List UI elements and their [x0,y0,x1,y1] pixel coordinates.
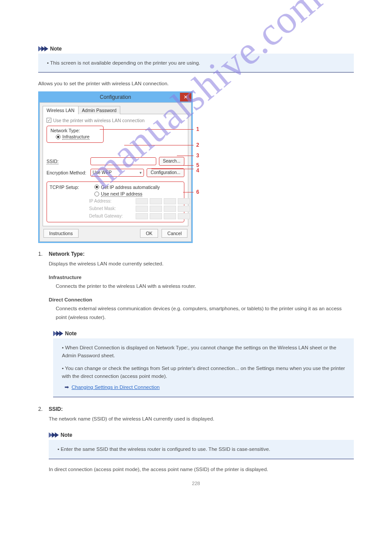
ok-button[interactable]: OK [140,229,158,238]
encryption-label: Encryption Method: [47,170,88,175]
instructions-button[interactable]: Instructions [43,229,79,238]
note-block-top: Note • This screen is not available depe… [38,44,354,73]
direct-connection-body: Connects external wireless communication… [56,305,354,322]
note-block-item1: Note • When Direct Connection is display… [53,329,354,397]
note-content-item2: • Enter the same SSID that the wireless … [49,440,354,459]
infrastructure-label: Infrastructure [62,134,90,140]
note-heading: Note [50,46,62,52]
infrastructure-body: Connects the printer to the wireless LAN… [56,282,354,291]
note-bullet-item2: • Enter the same SSID that the wireless … [58,445,348,453]
chevron-icon [38,46,47,51]
get-ip-auto-label: Get IP address automatically [101,185,160,190]
note-block-item2: Note • Enter the same SSID that the wire… [49,430,354,459]
ssid-input[interactable] [90,157,156,165]
intro-text: Allows you to set the printer with wirel… [38,80,354,87]
page-number: 228 [0,481,392,486]
dialog-titlebar: Configuration ✕ [40,93,191,102]
item-1-title: Network Type: [49,251,85,257]
infrastructure-radio[interactable] [56,134,61,139]
item-2-line2: In direct connection (access point mode)… [49,465,354,474]
note-content: • This screen is not available depending… [38,54,354,73]
tab-admin-password[interactable]: Admin Password [78,106,121,114]
chevron-icon [53,331,62,336]
note-bullet-item1a: • When Direct Connection is displayed on… [62,344,348,360]
tcpip-label: TCP/IP Setup: [50,185,85,190]
callout-6: 6 [196,189,199,195]
default-gateway-label: Default Gateway: [89,214,133,218]
use-next-ip-label: Use next IP address [101,191,142,197]
note-content-item1: • When Direct Connection is displayed on… [53,338,354,397]
note-bullet: • This screen is not available depending… [47,59,348,67]
item-2-line1: The network name (SSID) of the wireless … [49,415,354,424]
infrastructure-heading: Infrastructure [49,273,354,282]
direct-connection-heading: Direct Connection [49,296,354,305]
chevron-down-icon: ▾ [140,170,142,175]
cancel-button[interactable]: Cancel [162,229,187,238]
search-button[interactable]: Search... [159,157,184,166]
callout-2: 2 [196,142,199,148]
get-ip-auto-radio[interactable] [94,185,99,189]
callout-1: 1 [196,126,199,132]
item-2: 2. SSID: [38,406,354,412]
callout-3: 3 [196,152,199,159]
arrow-right-icon: ➡ [65,383,69,392]
use-next-ip-radio[interactable] [94,192,99,196]
item-1-number: 1. [38,251,46,257]
callout-4: 4 [196,167,199,174]
subnet-mask-label: Subnet Mask: [89,206,133,211]
configuration-button[interactable]: Configuration... [147,168,184,177]
note-heading-item2: Note [61,432,72,438]
dialog-title-text: Configuration [100,94,131,100]
item-2-number: 2. [38,406,46,412]
dialog-window: Configuration ✕ Wireless LAN Admin Passw… [38,91,193,243]
item-1: 1. Network Type: [38,251,354,257]
item-2-title: SSID: [49,406,63,412]
use-wireless-checkbox[interactable]: ✓ [47,118,51,123]
note-bullet-item1b: • You can change or check the settings f… [62,364,348,381]
ssid-label: SSID: [47,159,88,164]
chevron-icon [49,432,58,438]
note-heading-item1: Note [65,330,77,337]
direct-connection-link[interactable]: Changing Settings in Direct Connection [72,383,160,391]
tab-wireless-lan[interactable]: Wireless LAN [43,106,79,114]
config-screenshot: Configuration ✕ Wireless LAN Admin Passw… [38,91,201,243]
use-wireless-label: Use the printer with wireless LAN connec… [53,118,144,123]
item-1-line1: Displays the wireless LAN mode currently… [49,260,354,268]
close-icon[interactable]: ✕ [180,93,191,102]
network-type-label: Network Type: [50,128,100,133]
encryption-value: Use WEP [93,170,111,175]
ip-address-label: IP Address: [89,199,133,203]
encryption-select[interactable]: Use WEP ▾ [90,169,144,177]
